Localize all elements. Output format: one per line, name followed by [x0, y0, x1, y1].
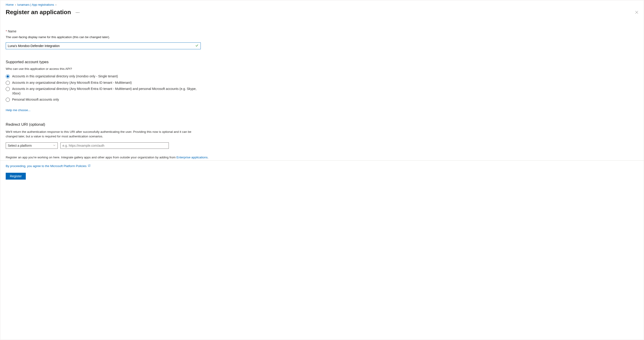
account-types-question: Who can use this application or access t… [6, 67, 211, 70]
breadcrumb-home[interactable]: Home [6, 3, 14, 6]
redirect-uri-heading: Redirect URI (optional) [6, 122, 211, 127]
radio-label: Accounts in this organizational director… [12, 74, 118, 79]
platform-select[interactable]: Select a platform [6, 142, 58, 149]
radio-icon [6, 81, 10, 85]
footer-note: Register an app you're working on here. … [6, 156, 211, 159]
chevron-right-icon: › [15, 3, 16, 6]
redirect-uri-input[interactable] [60, 142, 169, 149]
breadcrumb-path[interactable]: lunamars | App registrations [17, 3, 54, 6]
redirect-uri-description: We'll return the authentication response… [6, 130, 201, 139]
account-type-option-multitenant[interactable]: Accounts in any organizational directory… [6, 80, 201, 85]
radio-icon [6, 74, 10, 78]
name-input[interactable] [6, 42, 201, 49]
account-types-radio-group: Accounts in this organizational director… [6, 74, 201, 102]
name-label: *Name [6, 30, 211, 33]
breadcrumb: Home › lunamars | App registrations › [6, 3, 638, 6]
radio-label: Accounts in any organizational directory… [12, 87, 201, 96]
radio-icon [6, 98, 10, 102]
platform-policies-link[interactable]: By proceeding, you agree to the Microsof… [6, 164, 90, 168]
account-type-option-multitenant-personal[interactable]: Accounts in any organizational directory… [6, 87, 201, 96]
page-title-text: Register an application [6, 9, 71, 16]
platform-select-value: Select a platform [8, 144, 32, 148]
page-title: Register an application ⋯ [6, 9, 80, 16]
divider [0, 160, 644, 161]
required-indicator: * [6, 30, 7, 33]
external-link-icon [88, 164, 90, 168]
enterprise-applications-link[interactable]: Enterprise applications [176, 156, 208, 159]
name-description: The user-facing display name for this ap… [6, 35, 211, 39]
radio-icon [6, 87, 10, 91]
account-type-option-single-tenant[interactable]: Accounts in this organizational director… [6, 74, 201, 79]
checkmark-icon [195, 44, 198, 48]
account-type-option-personal[interactable]: Personal Microsoft accounts only [6, 98, 201, 102]
radio-label: Personal Microsoft accounts only [12, 98, 59, 102]
account-types-heading: Supported account types [6, 60, 211, 64]
help-me-choose-link[interactable]: Help me choose... [6, 108, 30, 112]
more-icon[interactable]: ⋯ [76, 10, 80, 15]
register-button[interactable]: Register [6, 173, 26, 180]
chevron-down-icon [53, 144, 56, 148]
radio-label: Accounts in any organizational directory… [12, 80, 132, 85]
chevron-right-icon: › [56, 3, 56, 6]
close-icon[interactable] [635, 10, 638, 15]
